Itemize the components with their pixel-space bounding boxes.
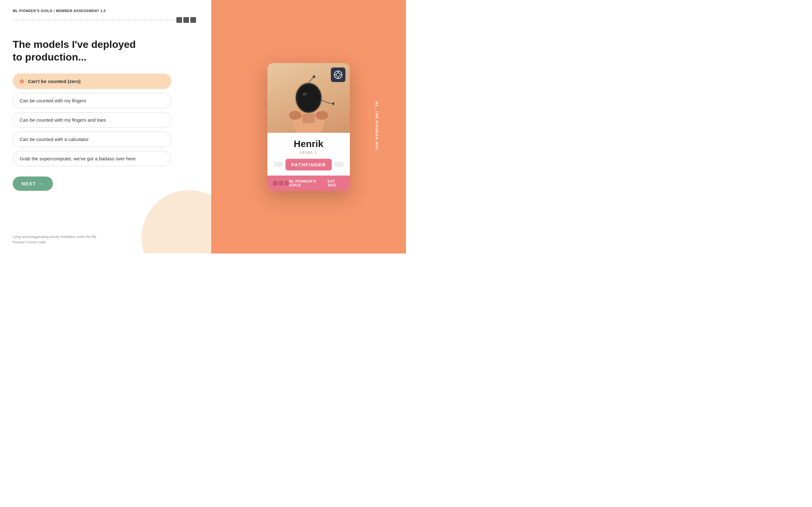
svg-point-12 [289,111,302,120]
footer-dot-2 [279,181,283,185]
card-footer-guild: ML PIONEER'S GUILD [289,179,328,187]
next-arrow: → [39,181,44,186]
rank-lines-left [274,163,283,166]
member-card: Henrik LEVEL 1 PATHFINDER [267,63,350,191]
card-footer: ML PIONEER'S GUILD EST 2022 [267,176,350,191]
card-level: LEVEL 1 [274,151,344,154]
progress-line [13,20,174,20]
rank-lines-right [334,163,344,166]
vertical-text: ML. THE PIONEER WAY. [375,102,379,152]
svg-point-16 [333,102,334,105]
progress-bar-area [13,17,196,23]
progress-blocks [176,17,196,23]
svg-point-9 [297,84,320,111]
rank-line-5 [334,164,344,165]
option-opt-zero[interactable]: Can't be counted (zero) [13,73,171,89]
card-footer-est: EST 2022 [328,179,344,187]
next-button[interactable]: NEXT → [13,176,53,191]
rank-line-4 [334,163,344,163]
svg-point-15 [313,75,315,78]
footer-disclaimer: Lying and exaggerating strictly forbidde… [13,234,101,245]
option-opt-calculator[interactable]: Can be counted with a calculator [13,131,171,147]
card-rank-area: PATHFINDER [274,159,344,170]
svg-point-13 [316,111,328,120]
option-label: Grab the supercomputer, we've got a bada… [20,156,136,161]
footer-dot-3 [285,181,289,185]
question-title: The models I've deployed to production..… [13,38,146,63]
rank-line-6 [334,166,344,166]
svg-rect-7 [302,114,315,123]
card-image-area [267,63,350,133]
card-footer-dots [273,181,289,185]
card-logo-badge [331,67,345,82]
options-list: Can't be counted (zero)Can be counted wi… [13,73,196,166]
option-label: Can't be counted (zero) [28,78,81,84]
footer-dot-1 [273,181,277,185]
option-opt-fingers-toes[interactable]: Can be counted with my fingers and toes [13,112,171,128]
option-label: Can be counted with my fingers and toes [20,117,106,123]
card-body: Henrik LEVEL 1 PATHFINDER [267,133,350,170]
progress-block-1 [176,17,182,23]
rank-badge: PATHFINDER [286,159,332,170]
card-name: Henrik [274,138,344,149]
option-label: Can be counted with my fingers [20,98,86,103]
option-dot [20,79,24,83]
svg-point-1 [336,73,340,77]
card-avatar-svg [283,69,334,133]
option-opt-supercomputer[interactable]: Grab the supercomputer, we've got a bada… [13,151,171,166]
breadcrumb: ML PIONEER'S GUILD / MEMBER ASSESSMENT 1… [13,9,196,13]
left-panel: ML PIONEER'S GUILD / MEMBER ASSESSMENT 1… [0,0,211,253]
option-opt-fingers[interactable]: Can be counted with my fingers [13,93,171,108]
option-label: Can be counted with a calculator [20,136,89,142]
rank-line-3 [274,166,283,166]
rank-line-2 [274,164,283,165]
progress-block-3 [190,17,196,23]
next-label: NEXT [21,181,36,186]
rank-line-1 [274,163,283,163]
right-panel: ML. THE PIONEER WAY. [211,0,406,253]
progress-block-2 [183,17,189,23]
svg-line-14 [309,77,313,83]
decorative-circle [142,190,211,253]
